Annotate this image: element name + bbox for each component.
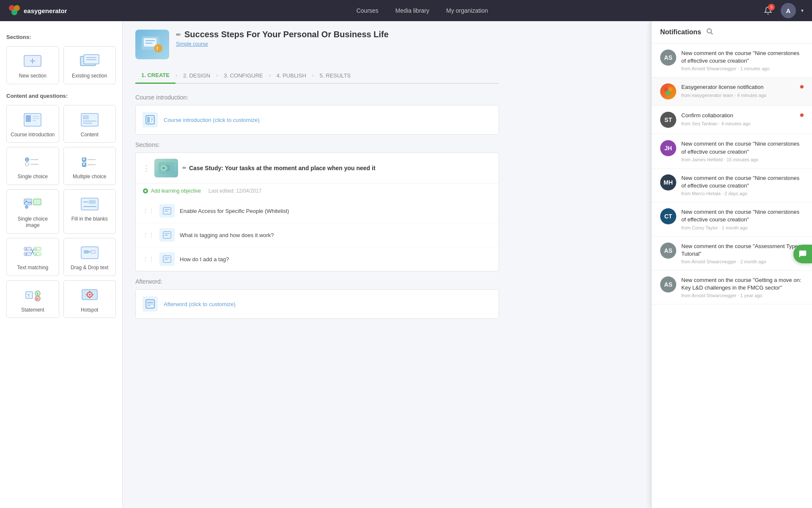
notifications-panel: Notifications AS New comment on the cour…	[651, 21, 812, 508]
sidebar-card-single-choice[interactable]: Single choice	[6, 147, 59, 185]
step-results[interactable]: 5. RESULTS	[314, 68, 357, 83]
edit-pencil-icon[interactable]: ✏	[176, 31, 181, 38]
content-questions-label: Content and questions:	[6, 93, 116, 99]
svg-point-94	[707, 29, 711, 33]
sidebar-card-hotspot[interactable]: Hotspot	[63, 280, 116, 318]
svg-rect-11	[26, 115, 31, 122]
notification-item-4[interactable]: MH New comment on the course "Nine corne…	[652, 168, 812, 202]
chat-bubble-button[interactable]	[793, 245, 812, 263]
svg-rect-35	[89, 200, 96, 204]
multiple-choice-icon	[79, 153, 100, 170]
svg-rect-49	[91, 250, 96, 254]
notif-title-0: New comment on the course "Nine cornerst…	[681, 50, 804, 65]
sidebar-card-course-intro[interactable]: Course introduction	[6, 105, 59, 143]
notif-title-5: New comment on the course "Nine cornerst…	[681, 208, 804, 224]
notif-body-0: New comment on the course "Nine cornerst…	[681, 50, 804, 71]
nav-my-organization[interactable]: My organization	[446, 7, 488, 14]
course-intro-card[interactable]: Course introduction (click to customize)	[135, 105, 499, 135]
notification-search-button[interactable]	[706, 28, 713, 36]
notif-body-6: New comment on the course "Assessment Ty…	[681, 243, 804, 264]
sidebar-card-drag-drop-text[interactable]: Drag & Drop text	[63, 238, 116, 276]
notif-from-5: from Corey Taylor · 1 month ago	[681, 225, 804, 230]
svg-text:b: b	[35, 248, 37, 251]
lesson-icon-2	[159, 228, 175, 242]
svg-rect-71	[147, 117, 150, 123]
sidebar-card-multiple-choice[interactable]: Multiple choice	[63, 147, 116, 185]
section-block: ⋮ ✏ Case Study: Your tasks at the moment…	[135, 152, 499, 271]
sidebar-card-fill-in-blanks[interactable]: Fill in the blanks	[63, 189, 116, 234]
svg-text:T: T	[27, 293, 30, 298]
lesson-row[interactable]: ⋮⋮ What is tagging and how does it work?	[136, 223, 499, 247]
svg-point-2	[11, 9, 17, 15]
svg-rect-33	[81, 198, 98, 210]
sidebar-card-new-section[interactable]: New section	[6, 46, 59, 84]
nav-media-library[interactable]: Media library	[395, 7, 429, 14]
afterword-card[interactable]: Afterword (click to customize)	[135, 289, 499, 319]
user-dropdown-button[interactable]: ▾	[801, 8, 804, 14]
notification-item-7[interactable]: AS New comment on the course "Getting a …	[652, 271, 812, 304]
add-learning-objective-button[interactable]: Add learning objective	[143, 188, 201, 194]
step-design[interactable]: 2. DESIGN	[177, 68, 216, 83]
lesson-row[interactable]: ⋮⋮ How do I add a tag?	[136, 247, 499, 271]
notif-title-4: New comment on the course "Nine cornerst…	[681, 174, 804, 190]
svg-rect-48	[84, 250, 89, 254]
sidebar-card-statement[interactable]: T T F Statement	[6, 280, 59, 318]
lesson-drag-handle-1[interactable]: ⋮⋮	[143, 207, 154, 214]
fill-in-blanks-label: Fill in the blanks	[67, 216, 112, 223]
single-choice-label: Single choice	[10, 174, 55, 180]
course-type-link[interactable]: Simple course	[176, 41, 499, 47]
svg-rect-7	[84, 55, 99, 64]
lesson-title-3: How do I add a tag?	[180, 256, 492, 262]
notif-body-7: New comment on the course "Getting a mov…	[681, 276, 804, 298]
afterword-icon	[143, 296, 158, 312]
nav-right: 3 A ▾	[760, 3, 804, 18]
sidebar-card-existing-section[interactable]: Existing section	[63, 46, 116, 84]
course-title-text: Success Steps For Your Personal Or Busin…	[184, 30, 389, 39]
notification-item-2[interactable]: ST Confirm collaboration from Serj Tanki…	[652, 106, 812, 134]
step-configure[interactable]: 3. CONFIGURE	[218, 68, 269, 83]
lesson-icon-3	[159, 252, 175, 266]
existing-section-label: Existing section	[67, 73, 112, 80]
text-matching-icon: A B b a	[22, 244, 43, 261]
notif-body-3: New comment on the course "Nine cornerst…	[681, 140, 804, 162]
section-name: ✏ Case Study: Your tasks at the moment a…	[182, 165, 492, 171]
notification-button[interactable]: 3	[760, 3, 776, 18]
course-header: ! ✏ Success Steps For Your Personal Or B…	[135, 30, 499, 59]
section-drag-handle[interactable]: ⋮	[143, 165, 150, 171]
notif-from-7: from Arnold Shwarcnegger · 1 year ago	[681, 293, 804, 298]
hotspot-label: Hotspot	[67, 307, 112, 314]
nav-courses[interactable]: Courses	[357, 7, 379, 14]
lesson-row[interactable]: ⋮⋮ Enable Access for Specific People (Wh…	[136, 199, 499, 223]
notif-dot-2	[800, 113, 804, 117]
notif-avatar-4: MH	[660, 174, 676, 190]
multiple-choice-label: Multiple choice	[67, 174, 112, 180]
sidebar-card-single-choice-image[interactable]: Single choice image	[6, 189, 59, 234]
sidebar-card-content[interactable]: Content	[63, 105, 116, 143]
course-intro-icon	[22, 111, 43, 128]
user-avatar-button[interactable]: A	[781, 3, 796, 18]
step-publish[interactable]: 4. PUBLISH	[271, 68, 312, 83]
notif-avatar-2: ST	[660, 112, 676, 128]
step-create[interactable]: 1. CREATE	[135, 68, 176, 84]
notif-from-4: from Marco Hietala · 2 days ago	[681, 191, 804, 196]
course-thumbnail: !	[135, 30, 169, 59]
notification-item-5[interactable]: CT New comment on the course "Nine corne…	[652, 202, 812, 236]
notification-item-6[interactable]: AS New comment on the course "Assessment…	[652, 237, 812, 271]
notif-from-6: from Arnold Shwarcnegger · 2 month ago	[681, 259, 804, 264]
notifications-title: Notifications	[660, 28, 701, 36]
svg-rect-16	[83, 115, 89, 119]
notif-avatar-5: CT	[660, 208, 676, 224]
lesson-drag-handle-3[interactable]: ⋮⋮	[143, 256, 154, 262]
app-logo[interactable]: easygenerator	[8, 5, 67, 17]
svg-rect-65	[144, 38, 156, 47]
notification-item-0[interactable]: AS New comment on the course "Nine corne…	[652, 44, 812, 77]
notification-item-1[interactable]: Easygenerator license notification from …	[652, 77, 812, 106]
notification-item-3[interactable]: JH New comment on the course "Nine corne…	[652, 134, 812, 168]
lesson-drag-handle-2[interactable]: ⋮⋮	[143, 232, 154, 238]
section-thumbnail	[154, 159, 178, 177]
chat-icon	[798, 249, 807, 259]
new-section-label: New section	[10, 73, 55, 80]
main-content: ! ✏ Success Steps For Your Personal Or B…	[123, 21, 512, 508]
svg-line-95	[711, 33, 713, 34]
sidebar-card-text-matching[interactable]: A B b a Text matching	[6, 238, 59, 276]
